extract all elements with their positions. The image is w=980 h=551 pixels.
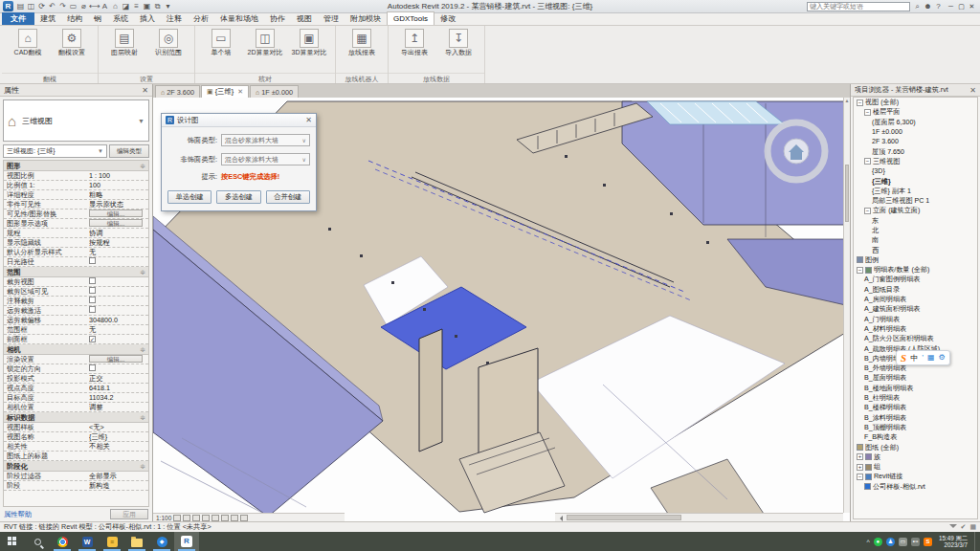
view-tab-2f[interactable]: ⌂2F 3.600	[155, 85, 200, 98]
tree-item[interactable]: +族	[854, 452, 977, 462]
section-collapse-icon[interactable]: ≑	[140, 344, 145, 354]
section-collapse-icon[interactable]: ≑	[140, 461, 145, 471]
tray-expand-icon[interactable]: ^	[867, 539, 870, 545]
tree-item[interactable]: 2F 3.600	[854, 137, 977, 146]
tree-item[interactable]: −明细表/数量 (全部)	[854, 265, 977, 275]
tree-item[interactable]: −视图 (全部)	[854, 98, 977, 107]
tree-expander-icon[interactable]: −	[857, 267, 863, 274]
ime-mode-icon[interactable]: 中	[910, 353, 918, 364]
tree-item[interactable]: B_顶棚明细表	[854, 423, 977, 432]
shadows-icon[interactable]	[202, 515, 210, 521]
ribbon-button-layout-report[interactable]: ▦放线报表	[341, 29, 383, 56]
tree-item[interactable]: B_涂料明细表	[854, 413, 977, 423]
ribbon-tab-analyze[interactable]: 分析	[188, 12, 214, 25]
default-3d-view-icon[interactable]: ⌂	[110, 1, 121, 12]
reveal-hidden-icon[interactable]	[240, 515, 248, 521]
chat-tray-icon[interactable]: ●	[874, 538, 882, 546]
taskbar-revit-icon[interactable]: R	[174, 532, 199, 551]
measure-icon[interactable]: ⌀	[78, 1, 89, 12]
tree-item[interactable]: A_房间明细表	[854, 295, 977, 304]
search-go-icon[interactable]: ⌕	[912, 2, 923, 11]
type-selector[interactable]: ⌂ 三维视图 ▼	[3, 99, 149, 142]
ribbon-tab-collab[interactable]: 协作	[264, 12, 291, 25]
horizontal-scrollbar[interactable]	[555, 513, 843, 521]
ime-keyboard-icon[interactable]: ▦	[927, 353, 935, 364]
filter-icon[interactable]	[949, 524, 957, 532]
thin-lines-icon[interactable]: ≡	[131, 1, 142, 12]
dialog-title-bar[interactable]: R 设计图 ✕	[162, 114, 316, 127]
taskbar-start-icon[interactable]	[0, 532, 25, 551]
vertical-scrollbar[interactable]: ▲	[843, 98, 850, 513]
ribbon-tab-addins[interactable]: 附加模块	[345, 12, 387, 25]
tree-item[interactable]: −Revit链接	[854, 472, 977, 481]
printer-tray-icon[interactable]: ▭	[899, 538, 907, 546]
tree-item[interactable]: {三维} 副本 1	[854, 187, 977, 196]
tree-expander-icon[interactable]: −	[864, 158, 871, 165]
ime-punct-icon[interactable]: ’	[922, 353, 924, 364]
tree-item[interactable]: B_楼地面明细表	[854, 384, 977, 393]
dialog-close-icon[interactable]: ✕	[305, 116, 312, 124]
view-tab-1f[interactable]: ⌂1F ±0.000	[250, 85, 299, 98]
tree-item[interactable]: 南	[854, 235, 977, 245]
close-hidden-windows-icon[interactable]: ▣	[142, 1, 152, 12]
sogou-logo-icon[interactable]: S	[901, 352, 906, 364]
tree-item[interactable]: 东	[854, 216, 977, 226]
ribbon-button-range-set[interactable]: ◎识别范围	[147, 29, 189, 56]
section-header-graphics[interactable]: 图形≑	[4, 161, 148, 171]
merge-create-button[interactable]: 合并创建	[266, 190, 310, 204]
revit-app-icon[interactable]: R	[3, 1, 13, 11]
tree-item[interactable]: −三维视图	[854, 157, 977, 166]
tree-item[interactable]: {3D}	[854, 166, 977, 176]
horizontal-scroll-thumb[interactable]	[567, 515, 681, 520]
minimize-button[interactable]: ─	[946, 3, 956, 11]
checkbox[interactable]	[89, 297, 96, 303]
open-icon[interactable]: ▤	[15, 1, 26, 12]
edit-button[interactable]: 编辑...	[89, 219, 143, 227]
vertical-scroll-thumb[interactable]	[845, 165, 849, 222]
tree-item[interactable]: A_材料明细表	[854, 324, 977, 334]
checkbox[interactable]	[89, 287, 96, 294]
tree-expander-icon[interactable]: −	[864, 208, 871, 214]
ribbon-tab-arch[interactable]: 建筑	[34, 12, 61, 25]
ribbon-button-cad-fanmo[interactable]: ⌂CAD翻模	[7, 29, 49, 56]
section-collapse-icon[interactable]: ≑	[140, 412, 145, 422]
tree-item[interactable]: 西	[854, 245, 977, 254]
view-tab-3d[interactable]: ▣{三维}✕	[201, 85, 249, 98]
tree-item[interactable]: {三维}	[854, 176, 977, 186]
tree-item[interactable]: 图例	[854, 255, 977, 265]
ribbon-button-fanmo-set[interactable]: ⚙翻模设置	[51, 29, 93, 56]
tree-expander-icon[interactable]: +	[857, 464, 863, 471]
redo-icon[interactable]: ↷	[57, 1, 68, 12]
detail-level-icon[interactable]	[173, 515, 181, 521]
edit-button[interactable]: 编辑...	[89, 209, 143, 217]
customize-icon[interactable]: ▾	[163, 1, 173, 12]
undo-icon[interactable]: ↶	[47, 1, 57, 12]
ribbon-tab-file[interactable]: 文件	[2, 12, 34, 25]
properties-help-link[interactable]: 属性帮助	[4, 510, 32, 519]
taskbar-explorer-icon[interactable]	[124, 532, 149, 551]
properties-close-icon[interactable]: ✕	[142, 86, 148, 95]
aligned-dimension-icon[interactable]: ⟷	[89, 1, 100, 12]
model-canvas[interactable]: R 设计图 ✕ 饰面类型:混合砂浆涂料大墙∨非饰面类型:混合砂浆涂料大墙∨ 提示…	[153, 98, 850, 521]
multi-create-button[interactable]: 多选创建	[216, 190, 260, 204]
taskbar-chrome-icon[interactable]	[50, 532, 75, 551]
taskbar-word-icon[interactable]: W	[75, 532, 100, 551]
tree-item[interactable]: −立面 (建筑立面)	[854, 206, 977, 215]
tree-item[interactable]: A_门明细表	[854, 315, 977, 324]
tree-item[interactable]: 1F ±0.000	[854, 127, 977, 137]
taskbar-notes-icon[interactable]: ≡	[100, 532, 124, 551]
save-icon[interactable]: ◫	[26, 1, 36, 12]
project-browser-close-icon[interactable]: ✕	[969, 86, 976, 95]
section-header-camera[interactable]: 相机≑	[4, 344, 148, 355]
sogou-tray-icon[interactable]: S	[924, 538, 932, 546]
show-desktop-button[interactable]	[974, 532, 978, 551]
tree-item[interactable]: A_建筑面积明细表	[854, 304, 977, 314]
tree-item[interactable]: B_柱明细表	[854, 393, 977, 403]
edit-type-button[interactable]: 编辑类型	[109, 144, 149, 158]
ribbon-tab-manage[interactable]: 管理	[318, 12, 345, 25]
help-search-input[interactable]	[807, 2, 910, 11]
view-tab-close-icon[interactable]: ✕	[237, 88, 243, 96]
tree-item[interactable]: 局部三维视图 PC 1	[854, 196, 977, 206]
tree-expander-icon[interactable]: −	[857, 99, 863, 106]
select-toggle-icon[interactable]: ▦	[969, 523, 976, 531]
